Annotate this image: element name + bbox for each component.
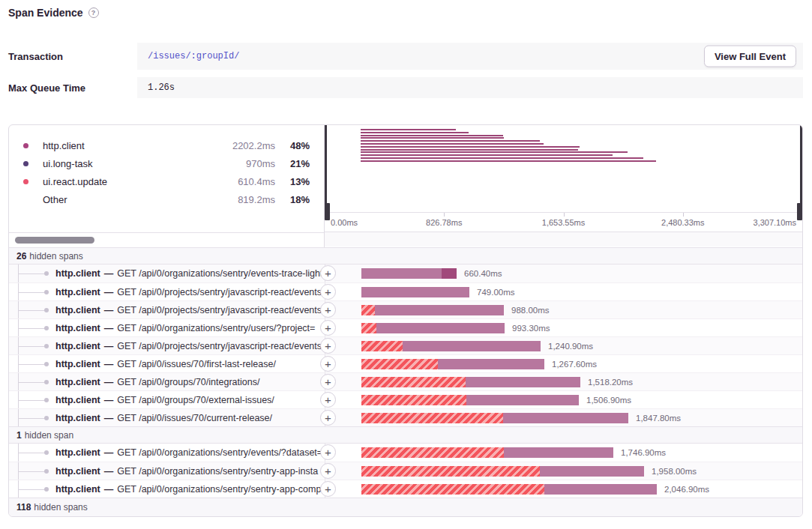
viewport-handle-right[interactable] xyxy=(800,125,802,212)
expand-span-button[interactable]: + xyxy=(320,265,336,281)
span-row[interactable]: http.client — GET /api/0/projects/sentry… xyxy=(9,336,802,354)
span-row[interactable]: http.client — GET /api/0/groups/70/exter… xyxy=(9,390,802,408)
bar-dark-segment xyxy=(442,268,457,279)
minimap[interactable] xyxy=(325,125,802,212)
span-row[interactable]: http.client — GET /api/0/organizations/s… xyxy=(9,318,802,336)
span-duration-bar xyxy=(361,287,469,297)
span-separator: — xyxy=(104,305,114,315)
minimap-span-bar xyxy=(361,140,540,142)
span-row[interactable]: http.client — GET /api/0/organizations/s… xyxy=(9,462,802,480)
horizontal-scrollbar xyxy=(9,232,324,247)
span-duration-bar xyxy=(361,359,544,369)
section-header: Span Evidence ? xyxy=(8,7,99,19)
tree-node-dot-icon xyxy=(44,326,49,330)
span-duration-label: 1,506.90ms xyxy=(586,396,631,405)
tree-node-dot-icon xyxy=(44,469,49,474)
span-duration-label: 1,240.90ms xyxy=(548,342,593,351)
drag-grip-icon[interactable] xyxy=(797,203,802,220)
span-op: http.client xyxy=(55,287,100,297)
expand-span-button[interactable]: + xyxy=(320,444,336,460)
span-description-cell: http.client — GET /api/0/projects/sentry… xyxy=(9,337,325,354)
span-separator: — xyxy=(104,466,114,477)
span-duration-bar xyxy=(361,413,628,423)
legend-op-label: ui.long-task xyxy=(43,158,178,169)
expand-span-button[interactable]: + xyxy=(320,302,336,318)
hidden-spans-row[interactable]: 118hidden spans xyxy=(9,498,802,516)
span-description-cell: http.client — GET /api/0/issues/70/first… xyxy=(9,355,325,372)
viewport-handle-left[interactable] xyxy=(325,125,327,212)
span-bar-cell: 1,506.90ms xyxy=(325,391,802,408)
expand-span-button[interactable]: + xyxy=(320,481,336,497)
span-bar-cell: 993.30ms xyxy=(325,319,802,336)
span-row[interactable]: http.client — GET /api/0/organizations/s… xyxy=(9,444,802,462)
expand-span-button[interactable]: + xyxy=(320,356,336,372)
expand-span-button[interactable]: + xyxy=(320,374,336,390)
span-bar-cell: 1,958.00ms xyxy=(325,462,802,480)
expand-span-button[interactable]: + xyxy=(320,320,336,336)
legend-item[interactable]: ui.react.update 610.4ms 13% xyxy=(9,172,324,190)
span-row[interactable]: http.client — GET /api/0/organizations/s… xyxy=(9,264,802,282)
queue-time-hatch xyxy=(361,484,544,495)
transaction-link[interactable]: /issues/:groupId/ xyxy=(148,51,239,61)
scrollbar-thumb[interactable] xyxy=(15,237,94,244)
tree-node-dot-icon xyxy=(44,450,49,455)
expand-span-button[interactable]: + xyxy=(320,284,336,300)
span-evidence-panel: http.client 2202.2ms 48% ui.long-task 97… xyxy=(8,124,803,517)
span-duration-bar xyxy=(361,395,579,405)
queue-time-hatch xyxy=(361,323,376,333)
span-description: GET /api/0/organizations/sentry/sentry-a… xyxy=(117,484,321,495)
span-duration-bar xyxy=(361,466,644,477)
span-bar-cell: 1,240.90ms xyxy=(325,337,802,354)
legend-op-label: http.client xyxy=(43,140,178,151)
span-op: http.client xyxy=(55,341,100,351)
span-row[interactable]: http.client — GET /api/0/projects/sentry… xyxy=(9,282,802,300)
span-description-cell: http.client — GET /api/0/organizations/s… xyxy=(9,444,325,462)
max-queue-time-value-cell: 1.26s xyxy=(137,77,803,98)
expand-span-button[interactable]: + xyxy=(320,392,336,408)
minimap-span-bar xyxy=(361,149,578,151)
span-op: http.client xyxy=(55,447,100,458)
expand-span-button[interactable]: + xyxy=(320,463,336,479)
minimap-span-bar xyxy=(361,129,456,130)
legend-duration: 610.4ms xyxy=(178,176,275,187)
legend-op-label: ui.react.update xyxy=(43,176,178,187)
span-op: http.client xyxy=(55,377,100,387)
span-duration-label: 988.00ms xyxy=(511,306,550,315)
span-duration-label: 1,958.00ms xyxy=(652,467,697,476)
span-description: GET /api/0/groups/70/external-issues/ xyxy=(117,395,274,405)
span-bar-cell: 1,518.20ms xyxy=(325,373,802,390)
span-row[interactable]: http.client — GET /api/0/projects/sentry… xyxy=(9,300,802,318)
span-row[interactable]: http.client — GET /api/0/organizations/s… xyxy=(9,480,802,498)
span-duration-label: 1,518.20ms xyxy=(588,378,633,387)
hidden-spans-row[interactable]: 1hidden span xyxy=(9,426,802,444)
expand-span-button[interactable]: + xyxy=(320,410,336,426)
drag-grip-icon[interactable] xyxy=(325,203,330,220)
minimap-span-bar xyxy=(361,154,613,156)
help-icon[interactable]: ? xyxy=(88,7,99,18)
span-description-cell: http.client — GET /api/0/organizations/s… xyxy=(9,462,325,480)
axis-tick-mark xyxy=(683,213,684,217)
span-row[interactable]: http.client — GET /api/0/issues/70/first… xyxy=(9,354,802,372)
span-description-cell: http.client — GET /api/0/organizations/s… xyxy=(9,264,325,282)
legend-item[interactable]: http.client 2202.2ms 48% xyxy=(9,136,324,154)
expand-span-button[interactable]: + xyxy=(320,338,336,354)
queue-time-hatch xyxy=(361,377,466,387)
view-full-event-button[interactable]: View Full Event xyxy=(704,46,796,67)
minimap-span-bar xyxy=(361,143,544,145)
span-separator: — xyxy=(104,484,114,495)
queue-time-hatch xyxy=(361,341,403,351)
span-bar-cell: 1,847.80ms xyxy=(325,409,802,426)
hidden-spans-count: 118 xyxy=(16,502,31,513)
span-row[interactable]: http.client — GET /api/0/issues/70/curre… xyxy=(9,408,802,426)
span-duration-bar xyxy=(361,323,505,333)
legend-percent: 18% xyxy=(275,194,310,205)
span-description: GET /api/0/organizations/sentry/users/?p… xyxy=(117,323,315,333)
hidden-spans-text: hidden spans xyxy=(34,502,87,513)
legend-item[interactable]: Other 819.2ms 18% xyxy=(9,190,324,208)
span-row[interactable]: http.client — GET /api/0/groups/70/integ… xyxy=(9,372,802,390)
tree-node-dot-icon xyxy=(44,362,49,366)
queue-time-hatch xyxy=(361,413,503,423)
queue-time-hatch xyxy=(361,466,540,477)
legend-item[interactable]: ui.long-task 970ms 21% xyxy=(9,154,324,172)
hidden-spans-row[interactable]: 26hidden spans xyxy=(9,247,802,264)
